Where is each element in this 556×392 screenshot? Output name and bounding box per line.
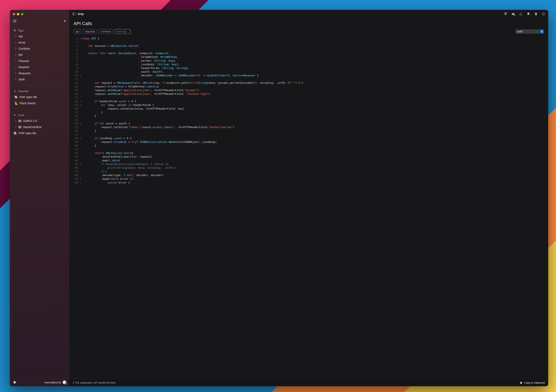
code-content[interactable]: request.httpBody = try? JSONSerializatio… [82,140,548,144]
fold-toggle-icon[interactable]: ▾ [80,122,82,125]
toolbar: Snip [70,10,548,18]
copy-to-clipboard-button[interactable]: Copy to clipboard [520,381,545,384]
code-editor[interactable]: 1▾class API {23 let session = URLSession… [70,36,548,379]
code-content[interactable]: var request = URLRequest(url: URL(string… [82,81,548,85]
code-content[interactable]: request.setValue("token \(oauth.access_t… [82,125,548,129]
sidebar-tag-phasset[interactable]: Phasset [11,58,68,64]
code-content[interactable]: for (key, value) in headerParam { [82,103,548,107]
code-content[interactable]: _ decoder: JSONDecoder = JSONDecoder()) … [82,74,548,77]
code-content[interactable]: } [82,129,548,133]
sidebar-tag-readme[interactable]: Readme [11,64,68,70]
document-header: API Calls apirequestscombine swift [70,18,548,36]
local-item[interactable]: SwiftUI 2.0 [11,118,68,124]
sidebar-tag-combine[interactable]: Combine [11,46,68,52]
code-content[interactable] [82,147,548,151]
code-content[interactable]: request.setValue("application/json", for… [82,92,548,96]
gear-icon[interactable] [13,381,16,384]
add-snippet-button[interactable]: + [63,19,66,23]
code-content[interactable]: let session = URLSession.shared [82,44,548,48]
code-content[interactable]: _ headerParam: [String: String], [82,66,548,70]
local-item[interactable]: 🐘PHP open file [11,130,68,136]
code-content[interactable]: request.setValue(value, forHTTPHeaderFie… [82,107,548,111]
document-title[interactable]: API Calls [74,21,544,26]
chevron-right-icon [14,35,16,37]
zoom-window-button[interactable] [21,13,23,15]
fold-toggle-icon [80,44,82,48]
fold-toggle-icon[interactable]: ▾ [80,100,82,103]
cloud-sync-icon[interactable] [511,12,515,15]
line-number: 30 [70,144,80,147]
share-icon[interactable] [519,12,523,15]
sidebar-tag-array[interactable]: Array [11,39,68,46]
code-content[interactable]: .decode(type: T.self, decoder: decoder) [82,173,548,177]
fold-toggle-icon[interactable]: ▾ [80,177,82,181]
sidebar-tag-md[interactable]: Md [11,52,68,58]
github-account[interactable]: marshallino16 [44,381,66,384]
line-number: 18 [70,100,80,103]
code-content[interactable]: })*/ [82,170,548,173]
code-content[interactable]: request.setValue("application/json", for… [82,88,548,92]
code-content[interactable]: _ oauth: Oauth?, [82,70,548,74]
trash-icon[interactable] [534,12,538,15]
line-number: 14 [70,85,80,88]
code-content[interactable]: switch error { [82,181,548,184]
sidebar-tag-label: Array [18,41,25,44]
local-item[interactable]: StackOverflow [11,124,68,130]
code-content[interactable]: } [82,144,548,147]
line-number: 24 [70,122,80,125]
code-content[interactable] [82,118,548,122]
fold-toggle-icon [80,140,82,144]
code-content[interactable]: /*.handleEvents(receiveOutput: { (data) … [82,162,548,166]
code-content[interactable]: request.httpMethod = httpMethod.rawValue [82,85,548,88]
favorites-heading-label: Favorites [18,90,29,93]
code-content[interactable]: _ params: [String: Any], [82,59,548,63]
code-content[interactable]: _ httpMethod: HttpMethod, [82,55,548,59]
code-content[interactable]: .mapError({ error in [82,177,548,181]
code-line: 18▾ if headerParam.count > 0 { [70,100,548,103]
fold-toggle-icon[interactable]: ▾ [80,137,82,140]
code-content[interactable] [82,133,548,137]
code-content[interactable]: } [82,114,548,118]
language-select[interactable]: swift [515,29,544,34]
code-content[interactable]: _ jsonBody: [String: Any], [82,63,548,66]
fold-toggle-icon[interactable]: ▾ [80,103,82,107]
bookmark-icon[interactable] [527,12,530,15]
layers-icon[interactable] [504,12,507,15]
line-number: 25 [70,125,80,129]
sidebar-tag-requests[interactable]: Requests [11,70,68,76]
toggle-sidebar-icon[interactable] [72,13,76,15]
document-tag[interactable]: combine [99,29,113,34]
fold-toggle-icon[interactable]: ▾ [80,162,82,166]
code-content[interactable] [82,77,548,81]
new-tag-input[interactable] [115,29,131,34]
fold-toggle-icon [80,96,82,100]
document-tag[interactable]: api [74,29,81,34]
code-content[interactable]: } [82,111,548,114]
close-window-button[interactable] [13,13,15,15]
sidebar-tag-api[interactable]: Api [11,33,68,39]
fold-toggle-icon[interactable]: ▾ [80,74,82,77]
minimize-window-button[interactable] [17,13,19,15]
code-content[interactable] [82,96,548,100]
code-content[interactable] [82,40,548,44]
code-content[interactable]: return URLSession.shared [82,151,548,155]
document-tag[interactable]: requests [83,29,97,34]
snippets-list-icon[interactable] [13,20,16,22]
code-content[interactable]: print(String(data: data, encoding: .utf8… [82,166,548,170]
favorite-item[interactable]: 🐘PHP open file [11,94,68,100]
code-content[interactable]: if let oauth = oauth { [82,122,548,125]
code-content[interactable] [82,48,548,52]
fold-toggle-icon[interactable]: ▾ [80,181,82,184]
fold-toggle-icon[interactable]: ▾ [80,37,82,40]
line-number: 8 [70,63,80,66]
code-line: 37 })*/ [70,170,548,173]
code-content[interactable]: class API { [82,37,548,40]
sidebar-tag-swift[interactable]: Swift [11,76,68,83]
code-content[interactable]: static func run<T: Decodable>(_ endpoint… [82,52,548,55]
info-icon[interactable] [542,12,545,15]
favorite-item[interactable]: 🐍Flask Starter [11,100,68,106]
code-content[interactable]: if headerParam.count > 0 { [82,100,548,103]
code-content[interactable]: if jsonBody.count > 0 { [82,137,548,140]
code-content[interactable]: .map(\.data) [82,159,548,162]
code-content[interactable]: .dataTaskPublisher(for: request) [82,155,548,159]
